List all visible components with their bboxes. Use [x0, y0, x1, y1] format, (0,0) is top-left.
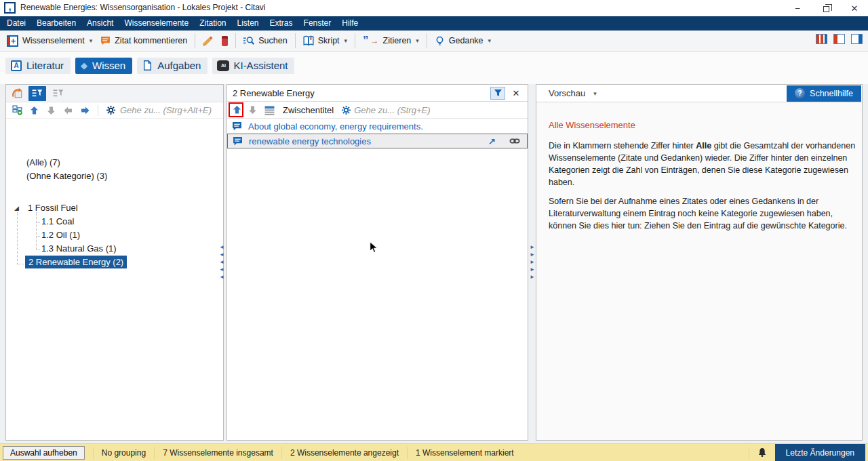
highlight-pen-button[interactable] [199, 32, 218, 49]
close-button[interactable]: ✕ [841, 0, 868, 16]
help-paragraph-2: Sofern Sie bei der Aufnahme eines Zitate… [549, 195, 858, 232]
marked-count-status: 1 Wissenselement markiert [416, 448, 514, 458]
grouping-status[interactable]: No grouping [102, 448, 146, 458]
status-separator [749, 447, 749, 459]
schnellhilfe-label: Schnellhilfe [810, 89, 853, 98]
tab-ki-assistent[interactable]: AI KI-Assistent [212, 58, 294, 74]
collapse-left-icon: ◄ [219, 274, 224, 281]
clear-selection-button[interactable]: Auswahl aufheben [3, 446, 85, 460]
filter-by-category-button[interactable] [28, 86, 46, 101]
bell-icon[interactable] [757, 447, 767, 458]
chevron-down-icon: ▾ [416, 37, 419, 44]
left-splitter-collapse[interactable]: ◄ ◄ ◄ ◄ ◄ [218, 244, 225, 281]
zwischentitel-button[interactable] [261, 103, 277, 117]
move-left-button[interactable] [62, 103, 75, 117]
link-chain-icon[interactable] [509, 136, 520, 146]
arrow-left-icon [64, 106, 73, 115]
knowledge-item-row[interactable]: About global economy, energy requirement… [227, 119, 528, 134]
status-separator [407, 447, 408, 459]
chevron-down-icon: ▾ [344, 37, 348, 44]
collapse-left-icon: ◄ [219, 252, 224, 258]
tree-item-alle[interactable]: (Alle) (7) [26, 157, 60, 167]
move-up-button[interactable] [27, 104, 41, 117]
zitieren-button[interactable]: ” → Zitieren ▾ [359, 32, 423, 49]
gedanke-button[interactable]: Gedanke ▾ [431, 32, 495, 49]
tab-aufgaben[interactable]: Aufgaben [137, 58, 208, 74]
status-separator [281, 447, 282, 459]
close-filter-button[interactable]: ✕ [508, 87, 524, 100]
filter-by-group-button[interactable] [50, 86, 66, 101]
move-down-button[interactable] [44, 104, 58, 117]
tab-literatur-label: Literatur [26, 60, 64, 71]
minimize-button[interactable]: – [784, 0, 811, 16]
wissenselement-button[interactable]: + Wissenselement ▾ [3, 32, 96, 49]
red-marker-button[interactable] [218, 32, 232, 49]
knowledge-settings-button[interactable] [339, 103, 353, 117]
expander-icon[interactable]: ◢ [14, 205, 19, 212]
move-category-button[interactable] [9, 86, 24, 101]
menu-extras[interactable]: Extras [264, 16, 298, 31]
gear-icon [342, 106, 351, 115]
skript-button[interactable]: Skript ▾ [299, 32, 351, 49]
menu-fenster[interactable]: Fenster [298, 16, 337, 31]
toolbar-separator [98, 105, 98, 116]
move-right-button[interactable] [79, 103, 92, 117]
filter-button[interactable] [490, 87, 505, 100]
tree-item-fossil-fuel[interactable]: 1 Fossil Fuel [28, 203, 78, 213]
zitat-kommentieren-button[interactable]: Zitat kommentieren [96, 32, 191, 49]
knowledge-bubble-icon [232, 121, 242, 132]
tree-item-oil[interactable]: 1.2 Oil (1) [41, 230, 80, 240]
menu-listen[interactable]: Listen [232, 16, 264, 31]
arrow-down-icon [47, 106, 56, 115]
tab-literatur[interactable]: A Literatur [5, 58, 71, 74]
preview-header: Vorschau ▾ ? Schnellhilfe [536, 85, 862, 102]
chevron-down-icon[interactable]: ▾ [593, 90, 597, 97]
expand-right-icon: ► [530, 274, 535, 281]
category-settings-button[interactable] [104, 104, 117, 117]
preview-title[interactable]: Vorschau [549, 88, 585, 98]
knowledge-diamond-icon: ◆ [81, 61, 87, 70]
tree-connector [17, 264, 24, 264]
category-toolbar-bottom [6, 102, 223, 119]
toolbar-separator [235, 33, 236, 48]
expand-right-icon: ► [530, 252, 535, 258]
menu-wissenselemente[interactable]: Wissenselemente [119, 16, 194, 31]
menu-ansicht[interactable]: Ansicht [81, 16, 119, 31]
category-goto-input[interactable] [120, 105, 223, 115]
selected-category-label: 2 Renewable Energy (2) [25, 256, 127, 268]
restore-icon [823, 6, 829, 12]
toolbar-separator [355, 33, 355, 48]
search-icon [243, 36, 254, 46]
layout-three-columns-button[interactable] [816, 34, 827, 44]
tree-item-ohne-kategorie[interactable]: (Ohne Kategorie) (3) [26, 171, 107, 181]
move-item-down-button[interactable] [245, 103, 260, 117]
restore-button[interactable] [812, 0, 840, 16]
right-splitter-expand[interactable]: ► ► ► ► ► [529, 244, 536, 281]
task-document-icon [142, 60, 153, 71]
new-category-button[interactable] [9, 104, 24, 117]
knowledge-goto-input[interactable] [354, 105, 528, 115]
knowledge-panel-header: 2 Renewable Energy ✕ [227, 85, 528, 102]
open-source-arrow-icon[interactable]: ↗ [488, 136, 496, 146]
tree-item-coal[interactable]: 1.1 Coal [41, 216, 74, 226]
category-panel: (Alle) (7) (Ohne Kategorie) (3) ◢ 1 Foss… [5, 84, 224, 441]
tree-item-natural-gas[interactable]: 1.3 Natural Gas (1) [41, 243, 117, 254]
schnellhilfe-button[interactable]: ? Schnellhilfe [787, 85, 861, 102]
tree-connector [36, 249, 40, 250]
question-mark-icon: ? [795, 88, 805, 98]
tab-ki-assistent-label: KI-Assistent [233, 60, 288, 71]
tab-wissen[interactable]: ◆ Wissen [75, 58, 132, 74]
collapse-left-icon: ◄ [219, 244, 224, 251]
knowledge-panel: 2 Renewable Energy ✕ Zwischentitel About… [226, 84, 528, 441]
menu-zitation[interactable]: Zitation [194, 16, 231, 31]
menu-hilfe[interactable]: Hilfe [336, 16, 363, 31]
menu-datei[interactable]: Datei [0, 16, 31, 31]
suchen-button[interactable]: Suchen [239, 32, 291, 49]
layout-two-columns-button[interactable] [833, 34, 845, 44]
tab-aufgaben-label: Aufgaben [157, 60, 201, 71]
knowledge-item-row-marked[interactable]: renewable energy technologies ↗ [227, 134, 528, 148]
layout-one-column-button[interactable] [851, 34, 863, 44]
menu-bearbeiten[interactable]: Bearbeiten [31, 16, 81, 31]
tree-item-renewable-energy-selected[interactable]: 2 Renewable Energy (2) [25, 257, 127, 267]
latest-changes-button[interactable]: Letzte Änderungen [775, 444, 865, 461]
